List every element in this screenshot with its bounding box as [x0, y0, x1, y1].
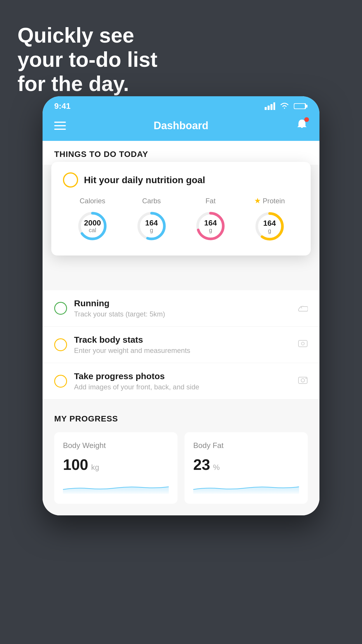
wave-chart [63, 479, 169, 494]
donut-value: 164 [263, 219, 276, 228]
things-to-do-header: THINGS TO DO TODAY [43, 141, 319, 165]
svg-rect-1 [268, 106, 270, 110]
donut-unit: cal [84, 227, 101, 233]
nutrition-check-circle[interactable] [63, 172, 78, 188]
donut-value: 164 [145, 218, 158, 227]
svg-rect-2 [270, 104, 273, 110]
hero-line3: for the day. [17, 72, 157, 96]
svg-point-16 [301, 342, 304, 345]
progress-unit: kg [91, 463, 99, 472]
svg-rect-15 [298, 340, 307, 347]
svg-point-18 [301, 379, 305, 382]
progress-unit: % [213, 463, 220, 472]
svg-rect-3 [273, 102, 275, 110]
time-display: 9:41 [54, 102, 71, 111]
hero-text: Quickly see your to-do list for the day. [17, 23, 157, 96]
todo-title: Running [74, 298, 291, 308]
donut-center: 2000 cal [84, 218, 101, 233]
donut-chart: 2000 cal [75, 209, 110, 244]
nutrition-card: Hit your daily nutrition goal Calories 2… [51, 162, 311, 256]
svg-point-19 [305, 378, 307, 379]
todo-text: Track body stats Enter your weight and m… [74, 335, 291, 355]
progress-card-body-weight[interactable]: Body Weight 100 kg [54, 432, 178, 504]
nutrition-item-protein: ★ Protein 164 g [252, 196, 287, 244]
todo-item-running[interactable]: Running Track your stats (target: 5km) [43, 290, 319, 327]
nutrition-item-carbs: Carbs 164 g [134, 197, 169, 244]
status-icons [265, 102, 308, 110]
wifi-icon [279, 102, 290, 110]
donut-value: 2000 [84, 218, 101, 227]
nutrition-item-fat: Fat 164 g [193, 197, 228, 244]
todo-subtitle: Enter your weight and measurements [74, 346, 291, 355]
hero-line1: Quickly see [17, 23, 157, 48]
todo-item-body-stats[interactable]: Track body stats Enter your weight and m… [43, 327, 319, 363]
donut-unit: g [263, 227, 276, 234]
phone-shell: 9:41 [43, 96, 319, 515]
todo-circle [54, 302, 67, 315]
app-header: Dashboard [43, 113, 319, 141]
donut-center: 164 g [204, 218, 217, 233]
progress-header: MY PROGRESS [54, 414, 308, 424]
donut-center: 164 g [145, 218, 158, 233]
todo-subtitle: Add images of your front, back, and side [74, 383, 291, 391]
donut-chart: 164 g [193, 209, 228, 244]
todo-item-progress-photos[interactable]: Take progress photos Add images of your … [43, 363, 319, 400]
card-header: Hit your daily nutrition goal [63, 172, 299, 188]
nutrition-label: ★ Protein [254, 196, 285, 205]
todo-list: Running Track your stats (target: 5km) T… [43, 290, 319, 400]
nutrition-label: Carbs [142, 197, 161, 205]
progress-value-row: 23 % [193, 456, 299, 473]
wave-chart [193, 479, 299, 494]
hero-line2: your to-do list [17, 48, 157, 72]
donut-center: 164 g [263, 219, 276, 234]
donut-unit: g [204, 227, 217, 233]
todo-text: Running Track your stats (target: 5km) [74, 298, 291, 318]
progress-card-body-fat[interactable]: Body Fat 23 % [184, 432, 308, 504]
todo-circle [54, 375, 67, 388]
donut-value: 164 [204, 218, 217, 227]
todo-circle [54, 338, 67, 351]
donut-unit: g [145, 227, 158, 233]
signal-icon [265, 102, 275, 110]
nutrition-row: Calories 2000 cal Carbs 164 [63, 196, 299, 244]
progress-card-title: Body Weight [63, 441, 169, 450]
phone-container: 9:41 [43, 96, 319, 515]
todo-text: Take progress photos Add images of your … [74, 371, 291, 391]
todo-subtitle: Track your stats (target: 5km) [74, 310, 291, 318]
notification-badge [304, 117, 309, 122]
header-title: Dashboard [154, 120, 208, 132]
progress-cards: Body Weight 100 kg Body Fat 23 % [54, 432, 308, 504]
hamburger-icon[interactable] [54, 122, 66, 130]
app-content: THINGS TO DO TODAY Hit your daily nutrit… [43, 141, 319, 515]
status-bar: 9:41 [43, 96, 319, 113]
nutrition-label: Calories [80, 197, 105, 205]
progress-value: 23 [193, 456, 210, 473]
nutrition-item-calories: Calories 2000 cal [75, 197, 110, 244]
progress-section: MY PROGRESS Body Weight 100 kg [43, 400, 319, 515]
progress-value-row: 100 kg [63, 456, 169, 473]
nutrition-card-title: Hit your daily nutrition goal [84, 175, 205, 186]
nutrition-label: Fat [205, 197, 216, 205]
svg-rect-0 [265, 107, 267, 110]
photo-icon [298, 376, 308, 387]
donut-chart: 164 g [134, 209, 169, 244]
bell-icon[interactable] [296, 118, 308, 133]
svg-rect-5 [306, 105, 307, 108]
floating-card-spacer: Hit your daily nutrition goal Calories 2… [43, 165, 319, 232]
shoe-icon [298, 303, 308, 314]
todo-title: Take progress photos [74, 371, 291, 381]
battery-icon [294, 103, 308, 110]
donut-chart: 164 g [252, 209, 287, 244]
todo-title: Track body stats [74, 335, 291, 345]
progress-card-title: Body Fat [193, 441, 299, 450]
scale-icon [298, 339, 308, 351]
progress-value: 100 [63, 456, 88, 473]
svg-rect-6 [294, 104, 305, 108]
